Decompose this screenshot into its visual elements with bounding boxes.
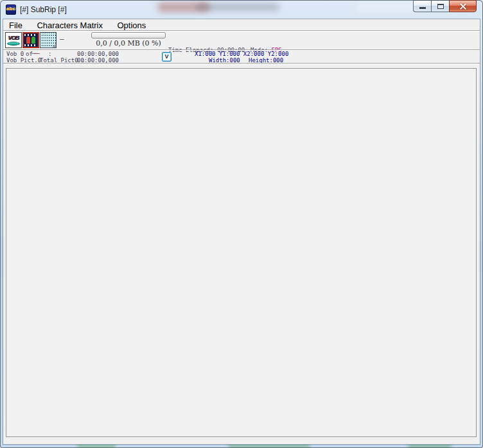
- glass-reflection: [77, 444, 116, 448]
- menubar: File Characters Matrix Options: [3, 19, 480, 30]
- subrip-window: abc [#] SubRip [#] File Characters Matri…: [0, 0, 483, 448]
- vob-v-button[interactable]: V: [162, 52, 171, 62]
- open-vob-icon[interactable]: VOB: [5, 32, 22, 48]
- film-figure-red: [26, 37, 30, 44]
- vob-count: Vob 0: [6, 51, 24, 57]
- glass-reflection: [228, 444, 310, 448]
- characters-matrix-icon[interactable]: [40, 32, 57, 48]
- film-figure-green: [31, 37, 35, 44]
- vob-time: 00:00:00,000: [77, 51, 119, 57]
- maximize-icon: [437, 4, 444, 9]
- window-title: [#] SubRip [#]: [20, 5, 67, 14]
- menu-characters-matrix[interactable]: Characters Matrix: [31, 20, 109, 31]
- separator: [3, 63, 480, 64]
- minimize-button[interactable]: [413, 0, 432, 12]
- vob-icon-label: VOB: [8, 35, 19, 41]
- vob-disc-shape: [7, 42, 20, 46]
- toolbar: VOB: [5, 32, 57, 48]
- progress-label: 0,0 / 0,0 MB (0 %): [85, 39, 172, 47]
- folded-corner: [52, 44, 56, 47]
- titlebar[interactable]: abc [#] SubRip [#]: [0, 0, 483, 19]
- menu-file[interactable]: File: [3, 20, 28, 31]
- subtitle-picture-panel: [6, 68, 477, 437]
- close-icon: [460, 3, 466, 10]
- glass-reflection: [408, 444, 452, 448]
- subtitle-coords: X1:000 Y1:000 X2:000 Y2:000: [195, 51, 288, 57]
- maximize-button[interactable]: [431, 0, 450, 12]
- app-icon: abc: [6, 4, 16, 15]
- menu-options[interactable]: Options: [111, 20, 152, 31]
- minimize-icon: [419, 7, 426, 9]
- vob-total-placeholder: ———: [32, 50, 39, 56]
- colon: :: [48, 51, 51, 57]
- film-frames-icon[interactable]: [22, 32, 39, 48]
- toolbar-dash: –: [60, 35, 64, 44]
- client-area: File Characters Matrix Options VOB – 0,0…: [3, 19, 480, 444]
- progress-bar: [91, 32, 166, 39]
- close-button[interactable]: [449, 0, 477, 12]
- separator: [3, 30, 480, 31]
- window-controls: [414, 0, 477, 12]
